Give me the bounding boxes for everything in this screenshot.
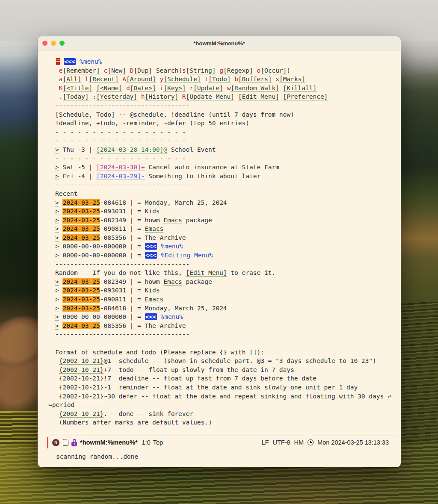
action-link[interactable]: {2002-10-21} <box>59 384 104 391</box>
reminder-date-link[interactable]: [2024-03-29]- <box>96 173 145 180</box>
action-link[interactable]: [<Name] <box>96 85 122 91</box>
action-link[interactable]: [Edit Menu] <box>238 93 279 100</box>
action-link[interactable]: > <box>55 243 59 250</box>
action-link[interactable]: > <box>55 305 59 312</box>
text <box>55 375 59 382</box>
text <box>216 67 219 74</box>
action-link[interactable]: [Remember] <box>62 67 100 74</box>
date-highlight[interactable]: 2024-03-25 <box>62 199 100 206</box>
menu-mark[interactable]: <<< <box>145 252 157 259</box>
modeline-position: 1:0 <box>142 439 151 446</box>
text <box>76 58 80 65</box>
menu-key: y <box>160 76 163 83</box>
todo-date-link[interactable]: [2024-03-30]+ <box>96 164 145 171</box>
action-link[interactable]: [<Title] <box>62 85 92 91</box>
action-link[interactable]: Emacs <box>145 225 164 232</box>
text <box>55 76 59 83</box>
action-link[interactable]: [Today] <box>62 93 89 100</box>
close-button[interactable] <box>42 41 47 46</box>
action-link[interactable]: [New] <box>107 67 126 74</box>
text: 0000-00-00-000000 | = <box>59 243 145 250</box>
action-link[interactable]: [Killall] <box>283 85 317 91</box>
action-link[interactable]: [Key>] <box>163 85 186 91</box>
action-link[interactable]: Emacs <box>163 217 182 224</box>
modeline-buffer-name[interactable]: *howmM:%menu%* <box>80 439 138 446</box>
action-link[interactable]: [Buffers] <box>238 76 272 83</box>
action-link[interactable]: Emacs <box>163 278 182 285</box>
date-highlight[interactable]: 2024-03-25 <box>62 305 100 312</box>
action-link[interactable]: [Yesterday] <box>96 93 137 100</box>
action-link[interactable]: {2002-10-21} <box>59 366 104 373</box>
buffer-line: > 2024-03-25-084618 | = Monday, March 25… <box>55 198 397 207</box>
modeline-major-mode[interactable]: HM <box>294 439 304 446</box>
action-link[interactable]: > <box>55 173 59 180</box>
action-link[interactable]: > <box>55 199 59 206</box>
action-link[interactable]: [Dup] <box>133 67 152 74</box>
action-link[interactable]: [Preference] <box>283 93 328 100</box>
text <box>81 76 85 83</box>
action-link[interactable]: > <box>55 313 59 320</box>
action-link[interactable]: > <box>55 164 59 171</box>
action-link[interactable]: > <box>55 208 59 215</box>
date-highlight[interactable]: 2024-03-25 <box>62 234 100 241</box>
howm-menu-buffer[interactable]: <<< %menu% e[Remember] c[New] D[Dup] Sea… <box>38 50 401 434</box>
action-link[interactable]: [Edit Menu] <box>186 269 227 276</box>
action-link[interactable]: [Update] <box>193 85 223 91</box>
menu-mark[interactable]: <<< <box>145 243 157 250</box>
action-link[interactable]: > <box>55 322 59 329</box>
text: period <box>52 401 74 408</box>
action-link[interactable]: {2002-10-21} <box>59 375 104 382</box>
action-link[interactable]: {2002-10-21} <box>59 357 104 364</box>
action-link[interactable]: Emacs <box>145 296 164 303</box>
action-link[interactable]: > <box>55 217 59 224</box>
action-link[interactable]: [Marks] <box>279 76 305 83</box>
menu-mark[interactable]: <<< <box>64 58 76 65</box>
date-highlight[interactable]: 2024-03-25 <box>62 225 100 232</box>
menu-mark[interactable]: <<< <box>145 313 157 320</box>
modeline-scroll: Top <box>153 439 163 446</box>
action-link[interactable]: [Occur] <box>260 67 287 74</box>
action-link[interactable]: [All] <box>62 76 81 83</box>
buffer-line: (Numbers after marks are default values.… <box>55 418 397 427</box>
action-link[interactable]: {2002-10-21} <box>59 393 104 400</box>
minimize-button[interactable] <box>51 41 56 46</box>
buffer-line: ------------------------------------ <box>55 180 397 189</box>
date-highlight[interactable]: 2024-03-25 <box>62 287 100 294</box>
action-link[interactable]: [Random Walk] <box>231 85 279 91</box>
action-link[interactable]: > <box>55 287 59 294</box>
text: [Schedule, Todo] -- @schedule, !deadline… <box>55 111 294 118</box>
action-link[interactable]: [Recent] <box>89 76 119 83</box>
buffer-line: > 0000-00-00-000000 | = <<< %menu% <box>55 242 397 251</box>
text: ) <box>287 67 290 74</box>
action-link[interactable]: > <box>55 225 59 232</box>
action-link[interactable]: [String] <box>186 67 216 74</box>
action-link[interactable]: {2002-10-21} <box>59 410 104 417</box>
action-link[interactable]: > <box>55 146 59 153</box>
action-link[interactable]: [Regexp] <box>223 67 253 74</box>
text <box>279 93 283 100</box>
menu-name: %menu% <box>80 58 102 65</box>
date-highlight[interactable]: 2024-03-25 <box>62 217 100 224</box>
window-titlebar[interactable]: *howmM:%menu%* <box>38 36 401 50</box>
action-link[interactable]: > <box>55 296 59 303</box>
zoom-button[interactable] <box>59 41 65 46</box>
text <box>55 366 59 373</box>
date-highlight[interactable]: 2024-03-25 <box>62 208 100 215</box>
text: !deadline, +todo, -reminder, ~defer (top… <box>55 120 249 127</box>
action-link[interactable]: [Date>] <box>130 85 156 91</box>
buffer-line: > Fri -4 | [2024-03-29]- Something to th… <box>55 172 397 181</box>
date-highlight[interactable]: 2024-03-25 <box>62 322 100 329</box>
date-highlight[interactable]: 2024-03-25 <box>62 278 100 285</box>
action-link[interactable]: [Todo] <box>208 76 231 83</box>
action-link[interactable]: [Update Menu] <box>186 93 235 100</box>
action-link[interactable]: > <box>55 278 59 285</box>
schedule-date-link[interactable]: [2024-03-28 14:00]@ <box>96 146 167 153</box>
action-link[interactable]: > <box>55 252 59 259</box>
action-link[interactable]: [Schedule] <box>163 76 201 83</box>
buffer-line: > 2024-03-25-085356 | = The Archive <box>55 233 397 242</box>
action-link[interactable]: [Around] <box>126 76 156 83</box>
action-link[interactable]: > <box>55 234 59 241</box>
date-highlight[interactable]: 2024-03-25 <box>62 296 100 303</box>
buffer-line: Format of schedule and todo (Please repl… <box>55 348 397 357</box>
action-link[interactable]: [History] <box>145 93 179 100</box>
